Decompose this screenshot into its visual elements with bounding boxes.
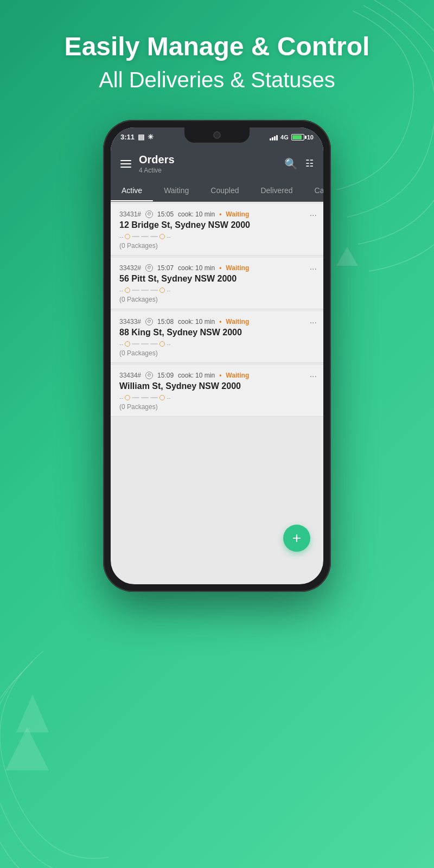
order-progress-dots: -- --	[119, 394, 315, 401]
status-left: 3:11 ▤ ✳	[120, 133, 154, 141]
order-more-button[interactable]: ···	[310, 318, 317, 328]
order-progress-dots: -- --	[119, 233, 315, 240]
tab-delivered[interactable]: Delivered	[250, 180, 303, 201]
phone-notch	[184, 127, 250, 143]
order-id: 33434#	[119, 372, 141, 379]
clock-icon: ⏱	[145, 372, 153, 379]
order-more-button[interactable]: ···	[310, 264, 317, 274]
phone-camera	[213, 131, 221, 139]
order-card[interactable]: 33434# ⏱ 15:09 cook: 10 min • Waiting ··…	[111, 365, 323, 417]
app-bar-icons: 🔍 ☷	[284, 157, 314, 170]
wifi-icon: 4G	[280, 134, 289, 141]
tabs-bar: Active Waiting Coupled Delivered Cancell…	[111, 180, 323, 202]
fab-add-button[interactable]: +	[283, 525, 310, 552]
clock-icon: ⏱	[145, 210, 153, 218]
order-address: 12 Bridge St, Sydney NSW 2000	[119, 220, 315, 230]
battery-icon	[291, 134, 304, 141]
order-packages: (0 Packages)	[119, 349, 315, 357]
order-card[interactable]: 33431# ⏱ 15:05 cook: 10 min • Waiting ··…	[111, 204, 323, 256]
order-status: Waiting	[226, 318, 249, 326]
clock-icon: ⏱	[145, 264, 153, 272]
headline-1: Easily Manage & Control	[22, 33, 412, 61]
order-more-button[interactable]: ···	[310, 372, 317, 381]
order-packages: (0 Packages)	[119, 296, 315, 303]
order-packages: (0 Packages)	[119, 403, 315, 411]
order-meta: 33433# ⏱ 15:08 cook: 10 min • Waiting	[119, 318, 315, 326]
order-meta: 33432# ⏱ 15:07 cook: 10 min • Waiting	[119, 264, 315, 272]
order-id: 33433#	[119, 318, 141, 326]
order-time: 15:05	[157, 210, 174, 218]
order-packages: (0 Packages)	[119, 242, 315, 250]
app-bar-center: Orders 4 Active	[139, 154, 284, 174]
order-more-button[interactable]: ···	[310, 210, 317, 220]
order-status: Waiting	[226, 210, 249, 218]
order-meta: 33431# ⏱ 15:05 cook: 10 min • Waiting	[119, 210, 315, 218]
order-card[interactable]: 33433# ⏱ 15:08 cook: 10 min • Waiting ··…	[111, 311, 323, 363]
order-progress-dots: -- --	[119, 287, 315, 293]
order-time: 15:07	[157, 264, 174, 272]
phone-frame: 3:11 ▤ ✳ 4G 10	[103, 120, 331, 592]
tab-waiting[interactable]: Waiting	[153, 180, 200, 201]
order-cook: cook: 10 min	[178, 318, 215, 326]
app-bar-subtitle: 4 Active	[139, 167, 284, 174]
app-bar: Orders 4 Active 🔍 ☷	[111, 147, 323, 180]
signal-icon	[270, 134, 278, 141]
order-id: 33432#	[119, 264, 141, 272]
tab-active[interactable]: Active	[111, 180, 153, 201]
tab-cancelled[interactable]: Cancelled	[304, 180, 323, 201]
status-right: 4G 10	[270, 134, 314, 141]
order-meta: 33434# ⏱ 15:09 cook: 10 min • Waiting	[119, 372, 315, 379]
order-address: 56 Pitt St, Sydney NSW 2000	[119, 274, 315, 284]
app-bar-title: Orders	[139, 154, 284, 166]
headline-2: All Deliveries & Statuses	[22, 67, 412, 93]
order-status: Waiting	[226, 372, 249, 379]
phone-screen: 3:11 ▤ ✳ 4G 10	[111, 127, 323, 584]
order-id: 33431#	[119, 210, 141, 218]
phone-mockup: 3:11 ▤ ✳ 4G 10	[0, 120, 434, 592]
filter-button[interactable]: ☷	[305, 158, 314, 169]
order-list: 33431# ⏱ 15:05 cook: 10 min • Waiting ··…	[111, 202, 323, 419]
battery-fill	[292, 135, 302, 139]
order-card[interactable]: 33432# ⏱ 15:07 cook: 10 min • Waiting ··…	[111, 258, 323, 309]
order-cook: cook: 10 min	[178, 210, 215, 218]
tab-coupled[interactable]: Coupled	[200, 180, 250, 201]
settings-icon: ✳	[148, 133, 154, 141]
clock-icon: ⏱	[145, 318, 153, 326]
order-cook: cook: 10 min	[178, 372, 215, 379]
order-address: William St, Sydney NSW 2000	[119, 381, 315, 391]
notification-icon: ▤	[138, 133, 144, 141]
search-button[interactable]: 🔍	[284, 157, 298, 170]
battery-percent: 10	[307, 134, 314, 141]
status-time: 3:11	[120, 133, 135, 141]
order-address: 88 King St, Sydney NSW 2000	[119, 328, 315, 337]
page-header: Easily Manage & Control All Deliveries &…	[0, 0, 434, 109]
order-cook: cook: 10 min	[178, 264, 215, 272]
order-status: Waiting	[226, 264, 249, 272]
order-time: 15:09	[157, 372, 174, 379]
hamburger-menu-button[interactable]	[120, 160, 131, 168]
order-time: 15:08	[157, 318, 174, 326]
order-progress-dots: -- --	[119, 341, 315, 347]
